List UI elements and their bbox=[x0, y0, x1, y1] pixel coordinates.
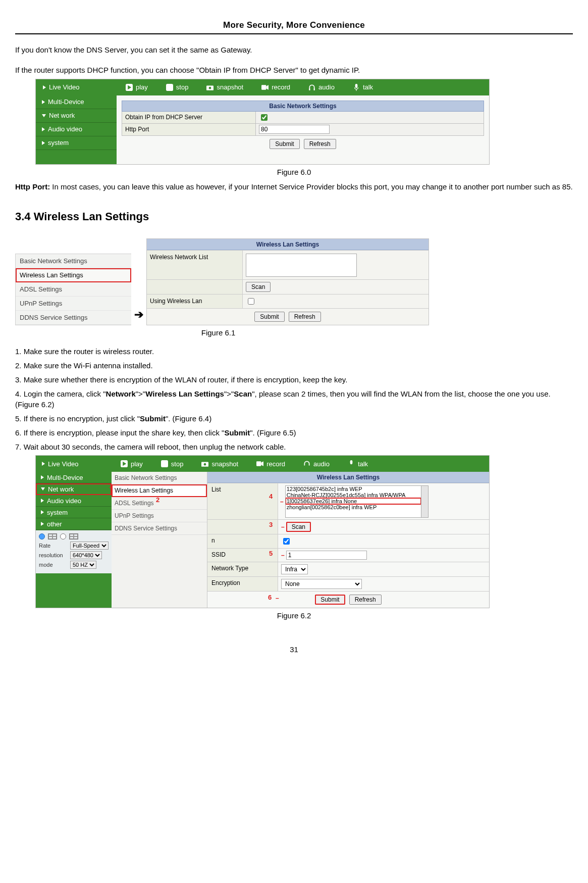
submit-button[interactable]: Submit bbox=[315, 595, 345, 605]
step-2: 2. Make sure the Wi-Fi antenna installed… bbox=[15, 360, 573, 371]
no-l: other bbox=[47, 520, 62, 528]
nav-other[interactable]: other bbox=[36, 518, 112, 530]
settings-list: Basic Network Settings Wireless Lan Sett… bbox=[15, 254, 131, 325]
annotation-2: 2 bbox=[156, 496, 159, 504]
tb-play-l: play bbox=[131, 460, 143, 468]
sub-wireless-lan[interactable]: Wireless Lan Settings bbox=[112, 484, 207, 497]
svg-marker-6 bbox=[266, 85, 269, 89]
nav-system[interactable]: system bbox=[36, 136, 117, 150]
network-submenu: Basic Network Settings Wireless Lan Sett… bbox=[112, 472, 207, 608]
nav-network[interactable]: Net work 1 bbox=[36, 483, 112, 495]
record-icon bbox=[256, 460, 263, 467]
svg-rect-2 bbox=[166, 84, 173, 91]
list-basic-network[interactable]: Basic Network Settings bbox=[16, 254, 131, 268]
nav-av-label: Audio video bbox=[48, 125, 82, 133]
list-adsl[interactable]: ADSL Settings bbox=[16, 282, 131, 297]
step-1: 1. Make sure the router is wireless rout… bbox=[15, 346, 573, 357]
wireless-panel-title: Wireless Lan Settings bbox=[207, 472, 489, 483]
toolbar-snapshot[interactable]: snapshot bbox=[197, 83, 252, 91]
network-type-select[interactable]: Infra bbox=[281, 564, 308, 574]
scan-button[interactable]: Scan bbox=[286, 522, 311, 532]
net-item-3[interactable]: 1[00258637ee26] infra None bbox=[286, 498, 421, 504]
net-item-2[interactable]: ChinaNet-RCJZ[00255e1dc55a] infra WPA/WP… bbox=[286, 492, 421, 498]
nav-live-video-top[interactable]: Live Video bbox=[49, 83, 79, 91]
scan-button[interactable]: Scan bbox=[246, 282, 271, 292]
toolbar-record[interactable]: record bbox=[252, 83, 299, 91]
encryption-select[interactable]: None bbox=[281, 579, 362, 589]
using-wlan-checkbox[interactable] bbox=[248, 298, 254, 305]
button-row: Submit Refresh bbox=[147, 308, 429, 325]
step-7: 7. Wait about 30 seconds, the camera wil… bbox=[15, 442, 573, 453]
nav-multi-device[interactable]: Multi-Device bbox=[36, 95, 117, 109]
nav-audio-video[interactable]: Audio video bbox=[36, 495, 112, 507]
nav-network[interactable]: Net work bbox=[36, 109, 117, 123]
net-item-4[interactable]: zhonglian[0025862c0bee] infra WEP bbox=[286, 504, 421, 510]
sub-basic-network[interactable]: Basic Network Settings bbox=[112, 472, 207, 484]
toolbar-talk-label: talk bbox=[363, 83, 373, 91]
svg-point-15 bbox=[204, 463, 206, 466]
list-upnp[interactable]: UPnP Settings bbox=[16, 297, 131, 311]
side-nav: Multi-Device Net work 1 Audio video syst… bbox=[36, 472, 112, 608]
toolbar-record-label: record bbox=[272, 83, 290, 91]
figure-6-0-caption: Figure 6.0 bbox=[15, 168, 573, 176]
chevron-right-icon bbox=[41, 510, 44, 514]
nav-net-label: Net work bbox=[49, 112, 75, 119]
resolution-select[interactable]: 640*480 bbox=[70, 551, 102, 559]
mode-select[interactable]: 50 HZ bbox=[70, 561, 96, 569]
net-item-1[interactable]: 123[002586745b2c] infra WEP bbox=[286, 486, 421, 492]
nav-multi-device[interactable]: Multi-Device bbox=[36, 472, 112, 483]
dhcp-checkbox[interactable] bbox=[261, 114, 268, 121]
toolbar-stop[interactable]: stop bbox=[152, 460, 193, 468]
scrollbar[interactable] bbox=[421, 485, 429, 518]
wlan-listbox[interactable] bbox=[246, 254, 357, 277]
sub-ddns[interactable]: DDNS Service Settings bbox=[112, 522, 207, 535]
headphones-icon bbox=[308, 84, 315, 91]
use-wlan-checkbox[interactable] bbox=[283, 538, 290, 545]
chevron-down-icon bbox=[41, 487, 45, 490]
svg-rect-13 bbox=[161, 460, 168, 467]
tb-stop-l: stop bbox=[171, 460, 184, 468]
figure-6-1: Basic Network Settings Wireless Lan Sett… bbox=[15, 238, 573, 325]
toolbar-record[interactable]: record bbox=[247, 460, 294, 468]
layout-single-icon[interactable] bbox=[39, 533, 45, 539]
arrow-icon: ➔ bbox=[134, 308, 143, 325]
toolbar-talk[interactable]: talk bbox=[339, 460, 377, 468]
toolbar-audio[interactable]: audio bbox=[294, 460, 339, 468]
section-3-4-heading: 3.4 Wireless Lan Settings bbox=[15, 210, 573, 223]
tb-aud-l: audio bbox=[313, 460, 330, 468]
s4b: Network bbox=[106, 389, 136, 398]
refresh-button[interactable]: Refresh bbox=[349, 595, 382, 605]
nav-sys-label: system bbox=[48, 139, 69, 146]
na-l: Audio video bbox=[47, 497, 81, 505]
toolbar-audio[interactable]: audio bbox=[299, 83, 344, 91]
rate-select[interactable]: Full-Speed bbox=[70, 542, 109, 550]
toolbar-talk[interactable]: talk bbox=[344, 83, 382, 91]
s4f: Scan bbox=[234, 389, 252, 398]
list-wireless-lan[interactable]: Wireless Lan Settings bbox=[16, 268, 131, 282]
sub-upnp[interactable]: UPnP Settings bbox=[112, 510, 207, 522]
rate-label: Rate bbox=[39, 543, 68, 549]
layout-grid2-icon[interactable] bbox=[69, 533, 78, 539]
play-icon bbox=[121, 460, 128, 467]
record-icon bbox=[261, 84, 269, 91]
nav-system[interactable]: system bbox=[36, 507, 112, 518]
ssid-input[interactable] bbox=[286, 551, 367, 560]
toolbar-stop[interactable]: stop bbox=[157, 83, 198, 91]
toolbar-snapshot[interactable]: snapshot bbox=[192, 460, 247, 468]
nav-audio-video[interactable]: Audio video bbox=[36, 123, 117, 136]
refresh-button[interactable]: Refresh bbox=[304, 139, 336, 149]
layout-alt-icon[interactable] bbox=[60, 533, 66, 539]
list-ddns[interactable]: DDNS Service Settings bbox=[16, 311, 131, 325]
toolbar-play[interactable]: play bbox=[112, 460, 152, 468]
mic-icon bbox=[348, 460, 355, 467]
network-listbox[interactable]: 123[002586745b2c] infra WEP ChinaNet-RCJ… bbox=[285, 485, 421, 518]
step-3: 3. Make sure whether there is encryption… bbox=[15, 374, 573, 385]
toolbar-play[interactable]: play bbox=[117, 83, 157, 91]
refresh-button[interactable]: Refresh bbox=[289, 312, 321, 322]
nav-live-label[interactable]: Live Video bbox=[48, 460, 78, 468]
list-label: List bbox=[207, 483, 278, 519]
submit-button[interactable]: Submit bbox=[270, 139, 299, 149]
submit-button[interactable]: Submit bbox=[254, 312, 284, 322]
http-port-input[interactable] bbox=[259, 125, 330, 134]
layout-grid-icon[interactable] bbox=[48, 533, 57, 539]
